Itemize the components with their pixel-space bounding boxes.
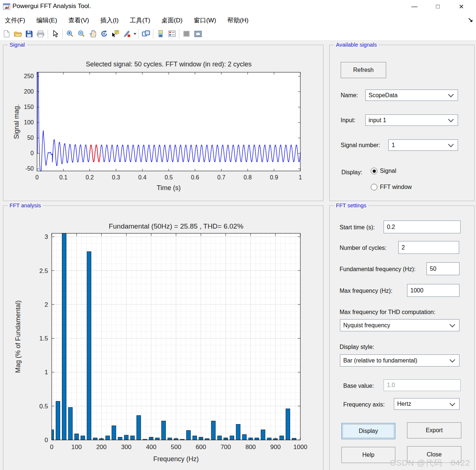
base-value-input [384,379,461,391]
maximize-button[interactable]: □ [426,3,450,10]
display-fft-window-radio[interactable]: FFT window [371,184,412,190]
radio-selected-icon [371,168,377,174]
signal-number-select[interactable]: 1 [388,139,458,151]
max-frequency-thd-label: Max frequency for THD computation: [340,309,435,316]
menu-view[interactable]: 查看(V) [63,13,94,25]
svg-text:-50: -50 [25,165,34,172]
display-fft-window-radio-label: FFT window [380,184,412,190]
help-button[interactable]: Help [341,447,395,463]
available-signals-panel: Available signals Refresh Name: ScopeDat… [329,45,475,201]
data-cursor-icon[interactable] [110,29,121,39]
save-icon[interactable] [23,29,35,39]
max-frequency-input[interactable] [407,284,459,297]
menu-help[interactable]: 帮助(H) [223,13,253,25]
matlab-app-icon [3,3,10,10]
insert-colorbar-icon[interactable] [155,29,166,39]
open-folder-icon[interactable] [12,29,23,39]
toolbar-separator [48,29,48,39]
max-frequency-thd-value: Nyquist frequency [343,322,390,329]
menu-insert[interactable]: 插入(I) [95,13,123,25]
max-frequency-thd-select[interactable]: Nyquist frequency [340,319,459,331]
number-of-cycles-label: Number of cycles: [340,245,387,251]
base-value-label: Base value: [343,383,374,389]
svg-text:3: 3 [45,233,48,240]
svg-text:0: 0 [30,150,34,156]
svg-text:Selected signal: 50 cycles. FF: Selected signal: 50 cycles. FFT window (… [86,61,252,68]
display-signal-radio[interactable]: Signal [371,168,396,174]
signal-plot: 00.10.20.30.40.50.60.70.80.91-5005010015… [3,45,322,200]
chevron-down-icon [450,357,455,363]
svg-text:0.5: 0.5 [165,174,173,181]
svg-text:300: 300 [121,444,131,451]
toolbar [0,27,476,41]
svg-text:1.5: 1.5 [39,335,48,342]
number-of-cycles-input[interactable] [398,241,459,254]
fft-plot: 0100200300400500600700800900100000.511.5… [3,206,322,469]
svg-text:0: 0 [36,174,39,181]
frequency-axis-label: Frequency axis: [343,401,385,408]
menu-bar: 文件(F) 编辑(E) 查看(V) 插入(I) 工具(T) 桌面(D) 窗口(W… [0,13,476,27]
svg-text:800: 800 [245,444,256,451]
svg-text:250: 250 [24,73,34,79]
display-button[interactable]: Display [341,423,395,439]
start-time-label: Start time (s): [340,224,375,231]
new-document-icon[interactable] [1,29,12,39]
window-title: Powergui FFT Analysis Tool. [12,3,91,10]
zoom-out-icon[interactable] [76,29,87,39]
toolbar-separator [179,29,179,39]
refresh-button[interactable]: Refresh [341,62,386,78]
frequency-axis-value: Hertz [397,401,411,407]
svg-text:0: 0 [50,444,53,451]
brush-dropdown-icon[interactable] [132,29,137,39]
pan-hand-icon[interactable] [87,29,98,39]
menu-file[interactable]: 文件(F) [0,13,30,25]
insert-legend-icon[interactable] [166,29,177,39]
export-button[interactable]: Export [407,422,461,438]
chevron-down-icon [448,117,454,123]
frequency-axis-select[interactable]: Hertz [394,398,459,410]
chevron-down-icon [448,92,454,98]
svg-text:Mag (% of Fundamental): Mag (% of Fundamental) [14,300,22,373]
svg-text:Fundamental (50Hz) = 25.85 , T: Fundamental (50Hz) = 25.85 , THD= 6.02% [109,222,243,230]
display-style-select[interactable]: Bar (relative to fundamental) [340,354,459,367]
menu-edit[interactable]: 编辑(E) [32,13,62,25]
fundamental-frequency-input[interactable] [426,262,459,275]
fft-settings-panel: FFT settings Start time (s): Number of c… [329,205,475,470]
rotate-3d-icon[interactable] [98,29,110,39]
input-select[interactable]: input 1 [365,114,458,126]
menu-desktop[interactable]: 桌面(D) [157,13,187,25]
start-time-input[interactable] [384,221,461,233]
svg-text:0.3: 0.3 [112,174,120,181]
input-select-value: input 1 [369,117,386,124]
svg-text:700: 700 [220,444,231,451]
display-style-value: Bar (relative to fundamental) [343,357,417,364]
svg-text:2.5: 2.5 [39,267,48,274]
svg-text:0.9: 0.9 [270,174,278,181]
signal-panel: Signal 00.10.20.30.40.50.60.70.80.91-500… [3,45,323,201]
svg-text:0.6: 0.6 [191,174,199,181]
svg-text:1: 1 [299,174,302,181]
fft-analysis-panel: FFT analysis 010020030040050060070080090… [3,205,323,470]
menu-tools[interactable]: 工具(T) [125,13,155,25]
svg-text:Signal mag.: Signal mag. [13,104,20,139]
available-signals-panel-title: Available signals [334,41,378,48]
name-select-value: ScopeData [369,92,398,99]
minimize-button[interactable]: — [403,3,426,10]
dock-figure-icon[interactable]: ↘ [468,16,473,24]
close-window-button[interactable]: ✕ [450,3,473,11]
name-select[interactable]: ScopeData [365,90,458,101]
toolbar-separator [62,29,63,39]
hide-plot-tools-icon[interactable] [181,29,192,39]
zoom-in-icon[interactable] [64,29,76,39]
chevron-down-icon [450,322,455,328]
svg-text:100: 100 [72,444,82,451]
print-icon[interactable] [35,29,46,39]
link-plots-icon[interactable] [140,29,151,39]
title-bar: Powergui FFT Analysis Tool. — □ ✕ [0,0,476,13]
show-plot-tools-icon[interactable] [192,29,204,39]
signal-number-select-value: 1 [392,142,395,149]
brush-icon[interactable] [121,29,132,39]
menu-window[interactable]: 窗口(W) [189,13,221,25]
display-label: Display: [341,169,362,176]
cursor-arrow-icon[interactable] [50,29,61,39]
